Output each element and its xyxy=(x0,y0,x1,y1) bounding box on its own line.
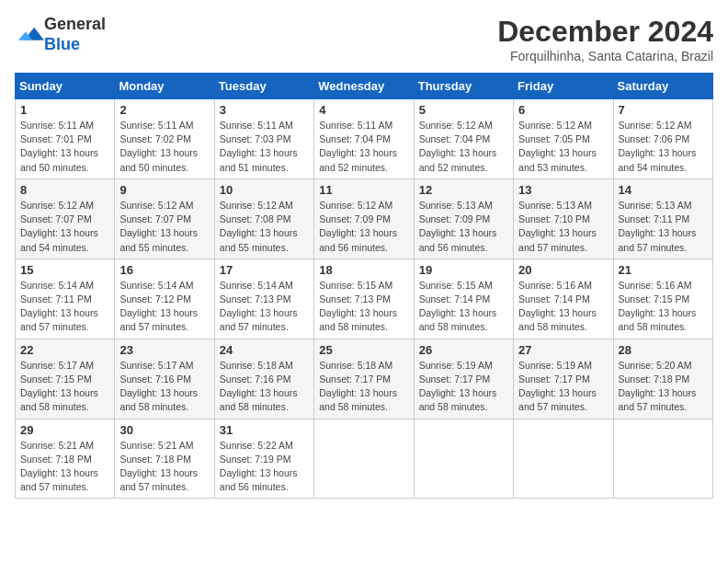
day-number: 10 xyxy=(220,183,309,197)
table-row: 4Sunrise: 5:11 AMSunset: 7:04 PMDaylight… xyxy=(314,99,414,179)
day-info: Sunrise: 5:18 AMSunset: 7:17 PMDaylight:… xyxy=(319,359,408,415)
month-title: December 2024 xyxy=(497,15,713,49)
day-info: Sunrise: 5:11 AMSunset: 7:03 PMDaylight:… xyxy=(220,119,309,175)
day-info: Sunrise: 5:14 AMSunset: 7:12 PMDaylight:… xyxy=(119,279,209,335)
day-info: Sunrise: 5:14 AMSunset: 7:11 PMDaylight:… xyxy=(20,279,109,335)
day-info: Sunrise: 5:16 AMSunset: 7:14 PMDaylight:… xyxy=(518,279,608,335)
day-number: 8 xyxy=(20,183,109,197)
day-number: 29 xyxy=(20,423,109,437)
header-wednesday: Wednesday xyxy=(314,74,414,99)
day-info: Sunrise: 5:12 AMSunset: 7:06 PMDaylight:… xyxy=(619,119,708,175)
day-number: 2 xyxy=(119,103,209,117)
header-sunday: Sunday xyxy=(16,74,115,99)
table-row: 12Sunrise: 5:13 AMSunset: 7:09 PMDayligh… xyxy=(414,178,513,259)
table-row: 31Sunrise: 5:22 AMSunset: 7:19 PMDayligh… xyxy=(214,419,313,499)
day-number: 4 xyxy=(319,103,408,117)
day-info: Sunrise: 5:12 AMSunset: 7:05 PMDaylight:… xyxy=(518,119,608,175)
day-info: Sunrise: 5:16 AMSunset: 7:15 PMDaylight:… xyxy=(619,279,708,335)
day-number: 3 xyxy=(220,103,309,117)
day-number: 16 xyxy=(119,263,209,277)
table-row: 22Sunrise: 5:17 AMSunset: 7:15 PMDayligh… xyxy=(16,339,115,419)
day-number: 19 xyxy=(419,263,508,277)
table-row: 30Sunrise: 5:21 AMSunset: 7:18 PMDayligh… xyxy=(115,419,214,499)
table-row xyxy=(613,419,712,499)
day-info: Sunrise: 5:13 AMSunset: 7:11 PMDaylight:… xyxy=(619,199,708,255)
table-row: 8Sunrise: 5:12 AMSunset: 7:07 PMDaylight… xyxy=(16,178,115,259)
location: Forquilhinha, Santa Catarina, Brazil xyxy=(497,49,713,63)
table-row: 25Sunrise: 5:18 AMSunset: 7:17 PMDayligh… xyxy=(314,339,414,419)
table-row: 20Sunrise: 5:16 AMSunset: 7:14 PMDayligh… xyxy=(514,259,613,339)
day-number: 9 xyxy=(119,183,209,197)
header-tuesday: Tuesday xyxy=(214,74,313,99)
day-info: Sunrise: 5:11 AMSunset: 7:04 PMDaylight:… xyxy=(319,119,408,175)
calendar-week-4: 22Sunrise: 5:17 AMSunset: 7:15 PMDayligh… xyxy=(16,339,713,419)
calendar-week-1: 1Sunrise: 5:11 AMSunset: 7:01 PMDaylight… xyxy=(16,99,713,179)
day-info: Sunrise: 5:12 AMSunset: 7:08 PMDaylight:… xyxy=(220,199,309,255)
table-row: 10Sunrise: 5:12 AMSunset: 7:08 PMDayligh… xyxy=(214,178,313,259)
day-number: 12 xyxy=(419,183,508,197)
table-row: 24Sunrise: 5:18 AMSunset: 7:16 PMDayligh… xyxy=(214,339,313,419)
table-row: 15Sunrise: 5:14 AMSunset: 7:11 PMDayligh… xyxy=(16,259,115,339)
logo-icon xyxy=(18,20,44,46)
table-row: 17Sunrise: 5:14 AMSunset: 7:13 PMDayligh… xyxy=(214,259,313,339)
day-info: Sunrise: 5:18 AMSunset: 7:16 PMDaylight:… xyxy=(220,359,309,415)
table-row: 16Sunrise: 5:14 AMSunset: 7:12 PMDayligh… xyxy=(115,259,214,339)
day-number: 1 xyxy=(20,103,109,117)
day-number: 21 xyxy=(619,263,708,277)
day-number: 27 xyxy=(518,343,608,357)
day-info: Sunrise: 5:13 AMSunset: 7:09 PMDaylight:… xyxy=(419,199,508,255)
header-saturday: Saturday xyxy=(613,74,712,99)
day-info: Sunrise: 5:20 AMSunset: 7:18 PMDaylight:… xyxy=(619,359,708,415)
day-info: Sunrise: 5:17 AMSunset: 7:15 PMDaylight:… xyxy=(20,359,109,415)
header-friday: Friday xyxy=(514,74,613,99)
day-info: Sunrise: 5:17 AMSunset: 7:16 PMDaylight:… xyxy=(119,359,209,415)
day-info: Sunrise: 5:19 AMSunset: 7:17 PMDaylight:… xyxy=(518,359,608,415)
day-info: Sunrise: 5:21 AMSunset: 7:18 PMDaylight:… xyxy=(20,439,109,495)
table-row: 26Sunrise: 5:19 AMSunset: 7:17 PMDayligh… xyxy=(414,339,513,419)
day-info: Sunrise: 5:22 AMSunset: 7:19 PMDaylight:… xyxy=(220,439,309,495)
table-row xyxy=(314,419,414,499)
day-number: 25 xyxy=(319,343,408,357)
table-row: 9Sunrise: 5:12 AMSunset: 7:07 PMDaylight… xyxy=(115,178,214,259)
table-row: 2Sunrise: 5:11 AMSunset: 7:02 PMDaylight… xyxy=(115,99,214,179)
title-block: December 2024 Forquilhinha, Santa Catari… xyxy=(497,15,713,63)
table-row xyxy=(414,419,513,499)
day-number: 7 xyxy=(619,103,708,117)
table-row: 18Sunrise: 5:15 AMSunset: 7:13 PMDayligh… xyxy=(314,259,414,339)
day-info: Sunrise: 5:12 AMSunset: 7:04 PMDaylight:… xyxy=(419,119,508,175)
day-info: Sunrise: 5:21 AMSunset: 7:18 PMDaylight:… xyxy=(119,439,209,495)
day-info: Sunrise: 5:12 AMSunset: 7:07 PMDaylight:… xyxy=(119,199,209,255)
calendar-week-3: 15Sunrise: 5:14 AMSunset: 7:11 PMDayligh… xyxy=(16,259,713,339)
day-number: 26 xyxy=(419,343,508,357)
table-row: 7Sunrise: 5:12 AMSunset: 7:06 PMDaylight… xyxy=(613,99,712,179)
day-info: Sunrise: 5:12 AMSunset: 7:07 PMDaylight:… xyxy=(20,199,109,255)
logo-general-text: General xyxy=(44,15,106,33)
table-row: 23Sunrise: 5:17 AMSunset: 7:16 PMDayligh… xyxy=(115,339,214,419)
day-info: Sunrise: 5:12 AMSunset: 7:09 PMDaylight:… xyxy=(319,199,408,255)
day-number: 30 xyxy=(119,423,209,437)
day-number: 15 xyxy=(20,263,109,277)
day-number: 6 xyxy=(518,103,608,117)
table-row: 29Sunrise: 5:21 AMSunset: 7:18 PMDayligh… xyxy=(16,419,115,499)
day-info: Sunrise: 5:15 AMSunset: 7:13 PMDaylight:… xyxy=(319,279,408,335)
day-number: 24 xyxy=(220,343,309,357)
day-info: Sunrise: 5:14 AMSunset: 7:13 PMDaylight:… xyxy=(220,279,309,335)
day-number: 17 xyxy=(220,263,309,277)
table-row xyxy=(514,419,613,499)
day-number: 22 xyxy=(20,343,109,357)
table-row: 3Sunrise: 5:11 AMSunset: 7:03 PMDaylight… xyxy=(214,99,313,179)
day-info: Sunrise: 5:15 AMSunset: 7:14 PMDaylight:… xyxy=(419,279,508,335)
table-row: 14Sunrise: 5:13 AMSunset: 7:11 PMDayligh… xyxy=(613,178,712,259)
header-thursday: Thursday xyxy=(414,74,513,99)
table-row: 27Sunrise: 5:19 AMSunset: 7:17 PMDayligh… xyxy=(514,339,613,419)
day-info: Sunrise: 5:11 AMSunset: 7:02 PMDaylight:… xyxy=(119,119,209,175)
day-number: 11 xyxy=(319,183,408,197)
logo-blue-text: Blue xyxy=(44,35,80,53)
day-number: 28 xyxy=(619,343,708,357)
calendar-table: Sunday Monday Tuesday Wednesday Thursday… xyxy=(15,73,713,499)
day-number: 31 xyxy=(220,423,309,437)
logo: General Blue xyxy=(15,15,106,54)
day-info: Sunrise: 5:19 AMSunset: 7:17 PMDaylight:… xyxy=(419,359,508,415)
day-info: Sunrise: 5:13 AMSunset: 7:10 PMDaylight:… xyxy=(518,199,608,255)
table-row: 13Sunrise: 5:13 AMSunset: 7:10 PMDayligh… xyxy=(514,178,613,259)
